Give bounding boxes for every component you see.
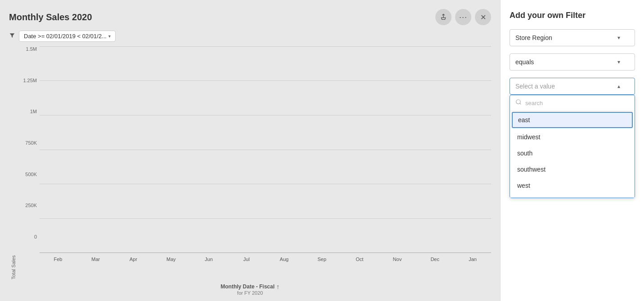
chart-title: Monthly Sales 2020 (9, 12, 92, 22)
grid-line-5 (40, 218, 491, 219)
x-label-oct: Oct (342, 257, 377, 262)
grid-line-4 (40, 184, 491, 184)
value-dropdown: east midwest south southwest west (510, 95, 635, 198)
chart-actions: ··· ✕ (435, 9, 491, 25)
search-box (510, 95, 635, 111)
svg-line-1 (520, 103, 521, 105)
grid-line-bottom (40, 252, 491, 253)
filter-chip-chevron: ▾ (108, 34, 111, 39)
chart-footer: Monthly Date - Fiscal ↑ for FY 2020 (9, 279, 491, 301)
field-select-arrow: ▾ (617, 35, 620, 41)
pin-button[interactable] (435, 9, 452, 25)
grid-line-1 (40, 80, 491, 81)
option-east[interactable]: east (512, 112, 633, 128)
value-select-wrapper: Select a value ▴ east midwest south sout… (510, 78, 635, 198)
chart-container: Total Sales 1.5M 1.25M 1M 750K 500K 250K… (9, 46, 491, 301)
field-select[interactable]: Store Region ▾ (510, 29, 635, 46)
search-input[interactable] (525, 100, 629, 106)
x-label-sep: Sep (304, 257, 340, 262)
more-button[interactable]: ··· (455, 9, 471, 25)
y-axis-label: Total Sales (9, 46, 18, 279)
x-label-jul: Jul (229, 257, 264, 262)
x-label-mar: Mar (78, 257, 113, 262)
grid-line-3 (40, 150, 491, 150)
search-icon (515, 99, 522, 107)
x-axis-name: Monthly Date - Fiscal ↑ (9, 283, 491, 290)
x-axis-labels: Feb Mar Apr May Jun Jul Aug Sep Oct Nov … (40, 254, 491, 262)
x-label-aug: Aug (267, 257, 302, 262)
grid-line-top (40, 46, 491, 47)
field-select-wrapper: Store Region ▾ (510, 29, 635, 46)
option-south[interactable]: south (510, 145, 635, 161)
chart-panel: Monthly Sales 2020 ··· ✕ Date >= 02/01/2… (0, 0, 500, 301)
grid-line-2 (40, 115, 491, 115)
close-button[interactable]: ✕ (475, 9, 491, 25)
option-southwest[interactable]: southwest (510, 161, 635, 177)
option-west[interactable]: west (510, 177, 635, 194)
x-label-apr: Apr (116, 257, 151, 262)
x-label-dec: Dec (417, 257, 452, 262)
filter-icon (9, 32, 15, 40)
bars-and-grid (40, 46, 491, 253)
option-midwest[interactable]: midwest (510, 129, 635, 145)
x-label-jan: Jan (455, 257, 490, 262)
filter-bar: Date >= 02/01/2019 < 02/01/2... ▾ (9, 31, 491, 42)
chart-header: Monthly Sales 2020 ··· ✕ (9, 9, 491, 25)
filter-panel-title: Add your own Filter (510, 11, 635, 20)
operator-select-wrapper: equals ▾ (510, 53, 635, 71)
value-select-arrow: ▴ (617, 83, 620, 89)
filter-panel: Add your own Filter Store Region ▾ equal… (500, 0, 644, 301)
x-label-jun: Jun (191, 257, 226, 262)
sort-icon[interactable]: ↑ (277, 283, 280, 290)
date-filter-chip[interactable]: Date >= 02/01/2019 < 02/01/2... ▾ (19, 31, 116, 42)
x-axis-sub: for FY 2020 (9, 290, 491, 296)
x-label-feb: Feb (40, 257, 76, 262)
x-label-may: May (153, 257, 188, 262)
dropdown-list: east midwest south southwest west (510, 112, 635, 194)
svg-point-0 (516, 100, 520, 104)
chart-main: Total Sales 1.5M 1.25M 1M 750K 500K 250K… (9, 46, 491, 279)
x-label-nov: Nov (380, 257, 415, 262)
bars-section: Feb Mar Apr May Jun Jul Aug Sep Oct Nov … (40, 46, 491, 279)
value-select[interactable]: Select a value ▴ (510, 78, 635, 95)
y-axis-ticks: 1.5M 1.25M 1M 750K 500K 250K 0 (18, 46, 40, 253)
operator-select-arrow: ▾ (617, 59, 620, 65)
dropdown-separator (510, 197, 635, 198)
operator-select[interactable]: equals ▾ (510, 53, 635, 71)
